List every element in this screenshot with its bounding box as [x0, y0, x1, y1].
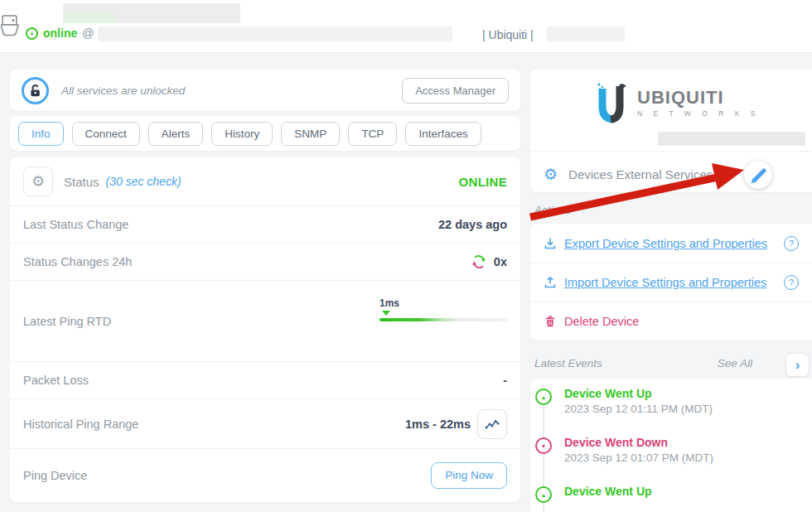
- status-header-row: ⚙ Status (30 sec check) ONLINE: [10, 157, 520, 205]
- row-label: Status Changes 24h: [23, 255, 132, 268]
- tab-interfaces[interactable]: Interfaces: [405, 122, 481, 146]
- tab-alerts[interactable]: Alerts: [148, 122, 204, 146]
- online-state-value: ONLINE: [459, 175, 507, 189]
- latest-events-heading: Latest Events: [534, 357, 602, 370]
- ping-history-chart-button[interactable]: [477, 409, 507, 439]
- online-status-label: online: [43, 27, 77, 40]
- brand-name: UBIQUITI: [637, 89, 760, 107]
- device-down-icon: ▼: [535, 437, 552, 454]
- brand-subname: N E T W O R K S: [637, 109, 760, 118]
- breadcrumb-brand: | Ubiquiti |: [482, 28, 534, 41]
- table-row: Packet Loss -: [10, 361, 520, 398]
- row-value: 1ms - 22ms: [405, 418, 471, 431]
- list-item: ▲ Device Went Up: [535, 485, 812, 503]
- table-row: Latest Ping RTD 1ms: [10, 280, 520, 361]
- device-up-icon: ▲: [535, 486, 552, 503]
- ubiquiti-u-icon: [592, 82, 629, 123]
- device-type-icon: [1, 13, 26, 40]
- external-services-label: Devices External Services: [568, 167, 713, 181]
- status-card: ⚙ Status (30 sec check) ONLINE Last Stat…: [10, 157, 520, 502]
- gauge-marker-icon: [382, 311, 390, 316]
- at-symbol: @: [82, 27, 94, 40]
- unlock-icon: [22, 77, 49, 104]
- export-settings-link[interactable]: Export Device Settings and Properties: [564, 237, 767, 250]
- delete-device-link[interactable]: Delete Device: [564, 315, 639, 328]
- help-icon[interactable]: ?: [784, 236, 799, 251]
- event-title: Device Went Up: [564, 387, 713, 400]
- row-value: 0x: [494, 255, 507, 268]
- redacted-text: [98, 27, 452, 41]
- device-tabs: Info Connect Alerts History SNMP TCP Int…: [10, 116, 520, 151]
- status-title: Status: [64, 175, 99, 189]
- table-row: Last Status Change 22 days ago: [10, 205, 520, 243]
- table-row: Ping Device Ping Now: [10, 448, 520, 501]
- tab-tcp[interactable]: TCP: [348, 122, 397, 146]
- row-label: Ping Device: [23, 469, 87, 482]
- status-cycle-icon: [471, 254, 487, 270]
- device-up-icon: ▲: [535, 389, 552, 405]
- services-lock-banner: All services are unlocked Access Manager: [10, 70, 520, 111]
- tab-connect[interactable]: Connect: [72, 122, 140, 146]
- help-icon[interactable]: ?: [784, 275, 799, 290]
- top-bar: ▲ online @ | Ubiquiti |: [0, 0, 812, 53]
- ping-rtd-value: 1ms: [379, 297, 399, 309]
- row-value: -: [503, 374, 507, 387]
- ubiquiti-logo: UBIQUITI N E T W O R K S: [592, 82, 760, 123]
- redacted-text: [658, 132, 805, 146]
- redacted-text: [63, 12, 114, 23]
- gear-icon: ⚙: [544, 165, 558, 184]
- import-settings-link[interactable]: Import Device Settings and Properties: [564, 276, 766, 289]
- see-all-link[interactable]: See All: [718, 357, 752, 370]
- upload-icon: [544, 276, 557, 289]
- gear-icon: ⚙: [23, 167, 53, 196]
- online-status-icon: ▲: [26, 27, 38, 40]
- check-interval-note: (30 sec check): [106, 175, 181, 188]
- pencil-icon: [746, 162, 771, 187]
- edit-services-button[interactable]: [744, 161, 772, 189]
- event-time: 2023 Sep 12 01:11 PM (MDT): [564, 403, 713, 415]
- download-icon: [544, 237, 557, 250]
- row-label: Latest Ping RTD: [23, 315, 111, 328]
- row-label: Packet Loss: [23, 374, 89, 387]
- row-label: Historical Ping Range: [23, 418, 138, 431]
- event-title: Device Went Down: [564, 436, 713, 449]
- ping-rtd-gauge: 1ms: [379, 297, 507, 332]
- tab-history[interactable]: History: [211, 122, 273, 146]
- actions-heading: Actions: [534, 204, 571, 216]
- trash-icon: [544, 315, 557, 328]
- gauge-bar: [379, 318, 507, 321]
- actions-card: Export Device Settings and Properties ? …: [530, 224, 812, 341]
- services-unlocked-text: All services are unlocked: [61, 85, 185, 97]
- access-manager-button[interactable]: Access Manager: [402, 78, 509, 104]
- external-services-row: ⚙ Devices External Services: [530, 151, 812, 197]
- ping-now-button[interactable]: Ping Now: [431, 462, 507, 489]
- import-row: Import Device Settings and Properties ?: [530, 263, 812, 302]
- chevron-right-icon[interactable]: ›: [785, 353, 810, 377]
- event-time: 2023 Sep 12 01:07 PM (MDT): [564, 452, 713, 464]
- export-row: Export Device Settings and Properties ?: [530, 224, 812, 263]
- device-brand-card: UBIQUITI N E T W O R K S Model: ⚙ Device…: [530, 70, 812, 192]
- tab-info[interactable]: Info: [18, 122, 64, 146]
- tab-snmp[interactable]: SNMP: [281, 122, 340, 146]
- list-item: ▲ Device Went Up 2023 Sep 12 01:11 PM (M…: [535, 387, 812, 415]
- events-card: ▲ Device Went Up 2023 Sep 12 01:11 PM (M…: [530, 379, 812, 512]
- table-row: Status Changes 24h 0x: [10, 243, 520, 280]
- row-label: Last Status Change: [23, 218, 128, 231]
- row-value: 22 days ago: [438, 218, 507, 231]
- list-item: ▼ Device Went Down 2023 Sep 12 01:07 PM …: [535, 436, 812, 464]
- line-chart-icon: [484, 416, 500, 432]
- event-title: Device Went Up: [564, 485, 652, 498]
- redacted-text: [547, 27, 625, 41]
- delete-row: Delete Device: [530, 302, 812, 341]
- table-row: Historical Ping Range 1ms - 22ms: [10, 398, 520, 448]
